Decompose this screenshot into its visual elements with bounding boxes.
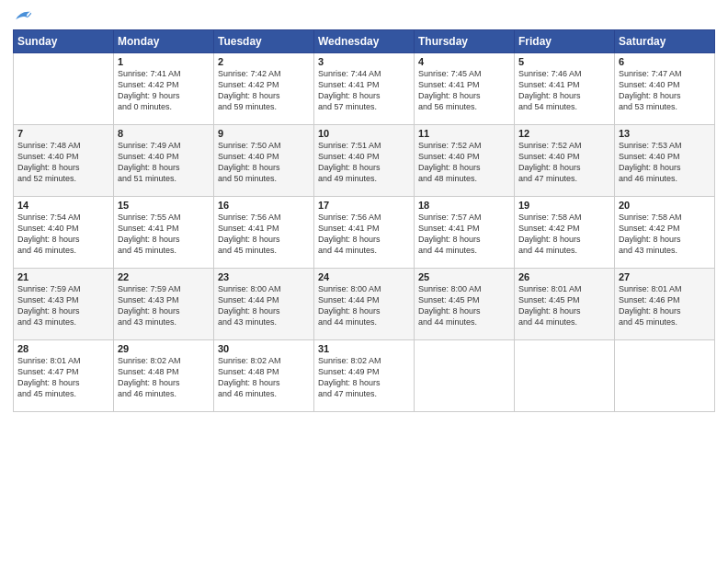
calendar-cell: 8Sunrise: 7:49 AM Sunset: 4:40 PM Daylig… [114, 125, 214, 197]
calendar-table: SundayMondayTuesdayWednesdayThursdayFrid… [13, 29, 715, 412]
day-number: 17 [318, 200, 410, 211]
calendar-cell: 10Sunrise: 7:51 AM Sunset: 4:40 PM Dayli… [314, 125, 415, 197]
cell-content: Sunrise: 7:57 AM Sunset: 4:41 PM Dayligh… [418, 212, 510, 257]
calendar-cell: 16Sunrise: 7:56 AM Sunset: 4:41 PM Dayli… [214, 197, 314, 269]
day-header-saturday: Saturday [615, 30, 715, 53]
calendar-cell: 30Sunrise: 8:02 AM Sunset: 4:48 PM Dayli… [214, 340, 314, 412]
cell-content: Sunrise: 7:56 AM Sunset: 4:41 PM Dayligh… [218, 212, 310, 257]
cell-content: Sunrise: 7:41 AM Sunset: 4:42 PM Dayligh… [118, 68, 210, 113]
cell-content: Sunrise: 7:48 AM Sunset: 4:40 PM Dayligh… [17, 140, 109, 185]
day-number: 10 [318, 128, 410, 139]
calendar-cell: 22Sunrise: 7:59 AM Sunset: 4:43 PM Dayli… [114, 269, 214, 340]
calendar-cell: 5Sunrise: 7:46 AM Sunset: 4:41 PM Daylig… [515, 53, 615, 125]
cell-content: Sunrise: 8:01 AM Sunset: 4:45 PM Dayligh… [518, 283, 610, 328]
day-number: 14 [17, 200, 109, 211]
calendar-cell: 24Sunrise: 8:00 AM Sunset: 4:44 PM Dayli… [314, 269, 415, 340]
calendar-cell: 4Sunrise: 7:45 AM Sunset: 4:41 PM Daylig… [415, 53, 515, 125]
cell-content: Sunrise: 8:02 AM Sunset: 4:49 PM Dayligh… [318, 355, 410, 400]
calendar-cell: 14Sunrise: 7:54 AM Sunset: 4:40 PM Dayli… [14, 197, 114, 269]
day-number: 8 [118, 128, 210, 139]
day-number: 20 [619, 200, 711, 211]
week-row-3: 14Sunrise: 7:54 AM Sunset: 4:40 PM Dayli… [14, 197, 715, 269]
day-number: 31 [318, 343, 410, 354]
cell-content: Sunrise: 8:01 AM Sunset: 4:47 PM Dayligh… [17, 355, 109, 400]
cell-content: Sunrise: 8:01 AM Sunset: 4:46 PM Dayligh… [619, 283, 711, 328]
calendar-cell: 21Sunrise: 7:59 AM Sunset: 4:43 PM Dayli… [14, 269, 114, 340]
day-header-thursday: Thursday [415, 30, 515, 53]
cell-content: Sunrise: 7:54 AM Sunset: 4:40 PM Dayligh… [17, 212, 109, 257]
day-number: 1 [118, 56, 210, 67]
cell-content: Sunrise: 7:59 AM Sunset: 4:43 PM Dayligh… [118, 283, 210, 328]
calendar-cell: 19Sunrise: 7:58 AM Sunset: 4:42 PM Dayli… [515, 197, 615, 269]
calendar-cell [515, 340, 615, 412]
calendar-cell: 15Sunrise: 7:55 AM Sunset: 4:41 PM Dayli… [114, 197, 214, 269]
day-number: 4 [418, 56, 510, 67]
cell-content: Sunrise: 7:52 AM Sunset: 4:40 PM Dayligh… [518, 140, 610, 185]
week-row-2: 7Sunrise: 7:48 AM Sunset: 4:40 PM Daylig… [14, 125, 715, 197]
cell-content: Sunrise: 7:46 AM Sunset: 4:41 PM Dayligh… [518, 68, 610, 113]
cell-content: Sunrise: 7:56 AM Sunset: 4:41 PM Dayligh… [318, 212, 410, 257]
day-number: 16 [218, 200, 310, 211]
day-number: 2 [218, 56, 310, 67]
day-number: 28 [17, 343, 109, 354]
cell-content: Sunrise: 7:53 AM Sunset: 4:40 PM Dayligh… [619, 140, 711, 185]
day-number: 11 [418, 128, 510, 139]
calendar-cell: 25Sunrise: 8:00 AM Sunset: 4:45 PM Dayli… [415, 269, 515, 340]
calendar-cell [14, 53, 114, 125]
cell-content: Sunrise: 7:45 AM Sunset: 4:41 PM Dayligh… [418, 68, 510, 113]
cell-content: Sunrise: 8:00 AM Sunset: 4:45 PM Dayligh… [418, 283, 510, 328]
day-header-friday: Friday [515, 30, 615, 53]
logo [13, 9, 31, 22]
cell-content: Sunrise: 7:47 AM Sunset: 4:40 PM Dayligh… [619, 68, 711, 113]
cell-content: Sunrise: 7:52 AM Sunset: 4:40 PM Dayligh… [418, 140, 510, 185]
cell-content: Sunrise: 7:42 AM Sunset: 4:42 PM Dayligh… [218, 68, 310, 113]
calendar-cell: 2Sunrise: 7:42 AM Sunset: 4:42 PM Daylig… [214, 53, 314, 125]
calendar-cell [415, 340, 515, 412]
day-header-monday: Monday [114, 30, 214, 53]
calendar-cell: 29Sunrise: 8:02 AM Sunset: 4:48 PM Dayli… [114, 340, 214, 412]
cell-content: Sunrise: 7:55 AM Sunset: 4:41 PM Dayligh… [118, 212, 210, 257]
calendar-cell: 26Sunrise: 8:01 AM Sunset: 4:45 PM Dayli… [515, 269, 615, 340]
cell-content: Sunrise: 7:58 AM Sunset: 4:42 PM Dayligh… [518, 212, 610, 257]
calendar-cell: 31Sunrise: 8:02 AM Sunset: 4:49 PM Dayli… [314, 340, 415, 412]
cell-content: Sunrise: 7:50 AM Sunset: 4:40 PM Dayligh… [218, 140, 310, 185]
calendar-cell: 28Sunrise: 8:01 AM Sunset: 4:47 PM Dayli… [14, 340, 114, 412]
day-number: 5 [518, 56, 610, 67]
calendar-cell: 12Sunrise: 7:52 AM Sunset: 4:40 PM Dayli… [515, 125, 615, 197]
calendar-cell: 13Sunrise: 7:53 AM Sunset: 4:40 PM Dayli… [615, 125, 715, 197]
calendar-cell: 17Sunrise: 7:56 AM Sunset: 4:41 PM Dayli… [314, 197, 415, 269]
week-row-4: 21Sunrise: 7:59 AM Sunset: 4:43 PM Dayli… [14, 269, 715, 340]
day-number: 7 [17, 128, 109, 139]
day-number: 29 [118, 343, 210, 354]
cell-content: Sunrise: 8:00 AM Sunset: 4:44 PM Dayligh… [318, 283, 410, 328]
header [13, 9, 715, 22]
logo-bird-icon [15, 9, 31, 22]
cell-content: Sunrise: 8:00 AM Sunset: 4:44 PM Dayligh… [218, 283, 310, 328]
day-number: 13 [619, 128, 711, 139]
day-number: 12 [518, 128, 610, 139]
day-number: 3 [318, 56, 410, 67]
calendar-cell: 9Sunrise: 7:50 AM Sunset: 4:40 PM Daylig… [214, 125, 314, 197]
cell-content: Sunrise: 7:44 AM Sunset: 4:41 PM Dayligh… [318, 68, 410, 113]
calendar-cell: 23Sunrise: 8:00 AM Sunset: 4:44 PM Dayli… [214, 269, 314, 340]
calendar-container: SundayMondayTuesdayWednesdayThursdayFrid… [0, 0, 728, 421]
day-number: 22 [118, 271, 210, 282]
cell-content: Sunrise: 8:02 AM Sunset: 4:48 PM Dayligh… [118, 355, 210, 400]
calendar-cell: 20Sunrise: 7:58 AM Sunset: 4:42 PM Dayli… [615, 197, 715, 269]
calendar-cell: 6Sunrise: 7:47 AM Sunset: 4:40 PM Daylig… [615, 53, 715, 125]
day-number: 30 [218, 343, 310, 354]
calendar-cell: 7Sunrise: 7:48 AM Sunset: 4:40 PM Daylig… [14, 125, 114, 197]
day-number: 9 [218, 128, 310, 139]
cell-content: Sunrise: 7:49 AM Sunset: 4:40 PM Dayligh… [118, 140, 210, 185]
day-number: 23 [218, 271, 310, 282]
cell-content: Sunrise: 7:58 AM Sunset: 4:42 PM Dayligh… [619, 212, 711, 257]
day-header-sunday: Sunday [14, 30, 114, 53]
day-number: 19 [518, 200, 610, 211]
week-row-1: 1Sunrise: 7:41 AM Sunset: 4:42 PM Daylig… [14, 53, 715, 125]
day-number: 27 [619, 271, 711, 282]
calendar-cell: 1Sunrise: 7:41 AM Sunset: 4:42 PM Daylig… [114, 53, 214, 125]
day-number: 15 [118, 200, 210, 211]
day-header-tuesday: Tuesday [214, 30, 314, 53]
calendar-cell: 11Sunrise: 7:52 AM Sunset: 4:40 PM Dayli… [415, 125, 515, 197]
day-number: 6 [619, 56, 711, 67]
